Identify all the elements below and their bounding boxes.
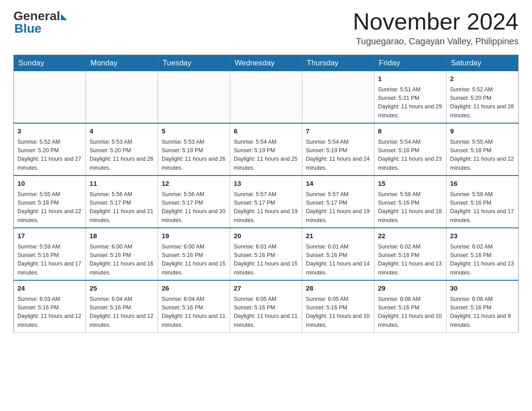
day-number: 6 xyxy=(234,126,298,137)
calendar-cell: 8Sunrise: 5:54 AMSunset: 5:18 PMDaylight… xyxy=(374,123,446,176)
day-number: 16 xyxy=(450,179,515,189)
calendar-cell: 24Sunrise: 6:03 AMSunset: 5:16 PMDayligh… xyxy=(14,280,86,333)
title-area: November 2024 Tuguegarao, Cagayan Valley… xyxy=(353,9,519,47)
weekday-header-thursday: Thursday xyxy=(302,55,374,72)
calendar-cell: 5Sunrise: 5:53 AMSunset: 5:19 PMDaylight… xyxy=(158,123,230,176)
calendar-week-row: 3Sunrise: 5:52 AMSunset: 5:20 PMDaylight… xyxy=(14,123,519,176)
calendar-cell: 7Sunrise: 5:54 AMSunset: 5:19 PMDaylight… xyxy=(302,123,374,176)
day-info: Sunrise: 5:53 AMSunset: 5:20 PMDaylight:… xyxy=(90,138,154,173)
day-info: Sunrise: 5:56 AMSunset: 5:17 PMDaylight:… xyxy=(162,190,226,225)
logo: General Blue xyxy=(13,9,67,36)
weekday-header-saturday: Saturday xyxy=(446,55,519,72)
day-info: Sunrise: 6:01 AMSunset: 5:16 PMDaylight:… xyxy=(234,243,298,278)
calendar-cell: 6Sunrise: 5:54 AMSunset: 5:19 PMDaylight… xyxy=(230,123,302,176)
day-info: Sunrise: 6:01 AMSunset: 5:16 PMDaylight:… xyxy=(306,243,370,278)
day-info: Sunrise: 5:52 AMSunset: 5:20 PMDaylight:… xyxy=(450,86,515,120)
day-info: Sunrise: 6:04 AMSunset: 5:16 PMDaylight:… xyxy=(90,295,154,330)
calendar-cell: 17Sunrise: 5:59 AMSunset: 5:16 PMDayligh… xyxy=(14,228,86,280)
calendar-cell: 21Sunrise: 6:01 AMSunset: 5:16 PMDayligh… xyxy=(302,228,374,280)
day-number: 20 xyxy=(234,231,298,241)
calendar-cell: 30Sunrise: 6:06 AMSunset: 5:16 PMDayligh… xyxy=(446,280,519,333)
day-number: 30 xyxy=(450,283,515,294)
calendar-cell: 14Sunrise: 5:57 AMSunset: 5:17 PMDayligh… xyxy=(302,176,374,228)
day-number: 25 xyxy=(90,283,154,294)
calendar-cell: 20Sunrise: 6:01 AMSunset: 5:16 PMDayligh… xyxy=(230,228,302,280)
calendar-table: SundayMondayTuesdayWednesdayThursdayFrid… xyxy=(13,55,519,333)
day-info: Sunrise: 6:02 AMSunset: 5:16 PMDaylight:… xyxy=(378,243,442,278)
calendar-cell: 4Sunrise: 5:53 AMSunset: 5:20 PMDaylight… xyxy=(86,123,158,176)
calendar-cell: 28Sunrise: 6:05 AMSunset: 5:16 PMDayligh… xyxy=(302,280,374,333)
calendar-cell: 23Sunrise: 6:02 AMSunset: 5:16 PMDayligh… xyxy=(446,228,519,280)
weekday-header-sunday: Sunday xyxy=(14,55,86,72)
calendar-cell: 1Sunrise: 5:51 AMSunset: 5:21 PMDaylight… xyxy=(374,71,446,123)
day-number: 9 xyxy=(450,126,515,137)
calendar-cell xyxy=(302,71,374,123)
day-number: 17 xyxy=(17,231,82,241)
day-number: 3 xyxy=(17,126,82,137)
month-title: November 2024 xyxy=(353,9,519,34)
calendar-cell: 16Sunrise: 5:58 AMSunset: 5:16 PMDayligh… xyxy=(446,176,519,228)
calendar-cell: 18Sunrise: 6:00 AMSunset: 5:16 PMDayligh… xyxy=(86,228,158,280)
day-info: Sunrise: 5:59 AMSunset: 5:16 PMDaylight:… xyxy=(17,243,82,278)
calendar-cell: 26Sunrise: 6:04 AMSunset: 5:16 PMDayligh… xyxy=(158,280,230,333)
day-info: Sunrise: 6:00 AMSunset: 5:16 PMDaylight:… xyxy=(90,243,154,278)
day-number: 19 xyxy=(162,231,226,241)
location-title: Tuguegarao, Cagayan Valley, Philippines xyxy=(353,36,519,47)
calendar-cell: 13Sunrise: 5:57 AMSunset: 5:17 PMDayligh… xyxy=(230,176,302,228)
day-number: 24 xyxy=(17,283,82,294)
day-number: 5 xyxy=(162,126,226,137)
day-info: Sunrise: 6:06 AMSunset: 5:16 PMDaylight:… xyxy=(450,295,515,330)
day-info: Sunrise: 6:06 AMSunset: 5:16 PMDaylight:… xyxy=(378,295,442,330)
day-number: 23 xyxy=(450,231,515,241)
weekday-header-friday: Friday xyxy=(374,55,446,72)
day-info: Sunrise: 5:56 AMSunset: 5:17 PMDaylight:… xyxy=(90,190,154,225)
calendar-cell: 11Sunrise: 5:56 AMSunset: 5:17 PMDayligh… xyxy=(86,176,158,228)
calendar-cell: 19Sunrise: 6:00 AMSunset: 5:16 PMDayligh… xyxy=(158,228,230,280)
day-info: Sunrise: 6:05 AMSunset: 5:16 PMDaylight:… xyxy=(234,295,298,330)
day-number: 8 xyxy=(378,126,442,137)
weekday-header-row: SundayMondayTuesdayWednesdayThursdayFrid… xyxy=(14,55,519,72)
day-info: Sunrise: 6:05 AMSunset: 5:16 PMDaylight:… xyxy=(306,295,370,330)
calendar-cell: 9Sunrise: 5:55 AMSunset: 5:18 PMDaylight… xyxy=(446,123,519,176)
day-number: 22 xyxy=(378,231,442,241)
calendar-cell: 29Sunrise: 6:06 AMSunset: 5:16 PMDayligh… xyxy=(374,280,446,333)
calendar-cell: 10Sunrise: 5:55 AMSunset: 5:18 PMDayligh… xyxy=(14,176,86,228)
day-info: Sunrise: 5:53 AMSunset: 5:19 PMDaylight:… xyxy=(162,138,226,173)
day-info: Sunrise: 5:54 AMSunset: 5:19 PMDaylight:… xyxy=(306,138,370,173)
day-number: 4 xyxy=(90,126,154,137)
day-number: 11 xyxy=(90,179,154,189)
day-info: Sunrise: 5:57 AMSunset: 5:17 PMDaylight:… xyxy=(306,190,370,225)
calendar-cell xyxy=(86,71,158,123)
calendar-cell: 22Sunrise: 6:02 AMSunset: 5:16 PMDayligh… xyxy=(374,228,446,280)
day-info: Sunrise: 6:00 AMSunset: 5:16 PMDaylight:… xyxy=(162,243,226,278)
calendar-cell xyxy=(158,71,230,123)
day-info: Sunrise: 5:58 AMSunset: 5:16 PMDaylight:… xyxy=(450,190,515,225)
day-info: Sunrise: 6:03 AMSunset: 5:16 PMDaylight:… xyxy=(17,295,82,330)
day-info: Sunrise: 6:02 AMSunset: 5:16 PMDaylight:… xyxy=(450,243,515,278)
calendar-week-row: 1Sunrise: 5:51 AMSunset: 5:21 PMDaylight… xyxy=(14,71,519,123)
day-number: 13 xyxy=(234,179,298,189)
day-number: 27 xyxy=(234,283,298,294)
calendar-cell xyxy=(14,71,86,123)
page-header: General Blue November 2024 Tuguegarao, C… xyxy=(13,9,519,47)
day-number: 14 xyxy=(306,179,370,189)
calendar-cell xyxy=(230,71,302,123)
day-number: 29 xyxy=(378,283,442,294)
day-number: 12 xyxy=(162,179,226,189)
day-info: Sunrise: 5:52 AMSunset: 5:20 PMDaylight:… xyxy=(17,138,82,173)
calendar-cell: 27Sunrise: 6:05 AMSunset: 5:16 PMDayligh… xyxy=(230,280,302,333)
day-info: Sunrise: 5:54 AMSunset: 5:19 PMDaylight:… xyxy=(234,138,298,173)
day-info: Sunrise: 5:55 AMSunset: 5:18 PMDaylight:… xyxy=(450,138,515,173)
day-number: 21 xyxy=(306,231,370,241)
day-info: Sunrise: 5:57 AMSunset: 5:17 PMDaylight:… xyxy=(234,190,298,225)
day-info: Sunrise: 5:51 AMSunset: 5:21 PMDaylight:… xyxy=(378,86,442,120)
logo-blue-text: Blue xyxy=(14,21,42,36)
day-info: Sunrise: 5:54 AMSunset: 5:18 PMDaylight:… xyxy=(378,138,442,173)
day-number: 28 xyxy=(306,283,370,294)
day-number: 26 xyxy=(162,283,226,294)
day-info: Sunrise: 5:58 AMSunset: 5:16 PMDaylight:… xyxy=(378,190,442,225)
calendar-cell: 25Sunrise: 6:04 AMSunset: 5:16 PMDayligh… xyxy=(86,280,158,333)
day-number: 18 xyxy=(90,231,154,241)
day-info: Sunrise: 5:55 AMSunset: 5:18 PMDaylight:… xyxy=(17,190,82,225)
day-number: 10 xyxy=(17,179,82,189)
